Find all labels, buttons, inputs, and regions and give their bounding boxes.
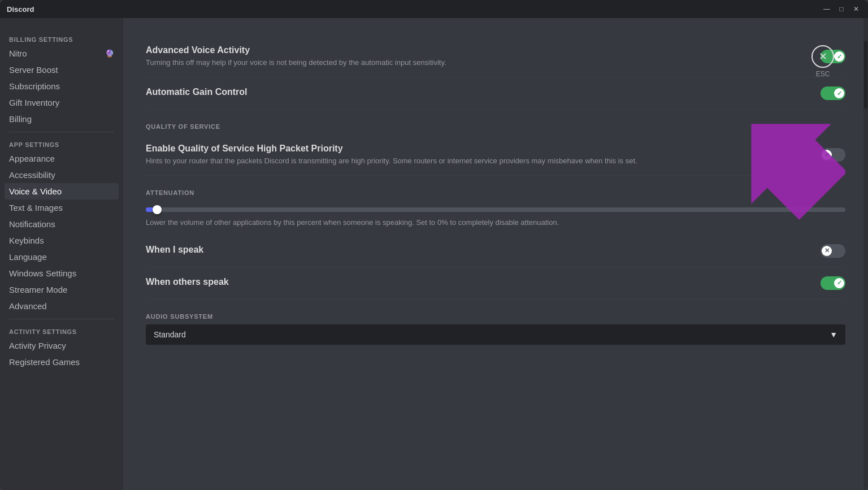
audio-subsystem-dropdown[interactable]: Standard ▼ [146, 324, 845, 345]
sidebar-divider [9, 132, 114, 132]
advanced-voice-activity-title: Advanced Voice Activity [146, 45, 807, 55]
sidebar-item-appearance[interactable]: Appearance [5, 150, 119, 167]
sidebar-item-label: Text & Images [9, 203, 63, 213]
chevron-down-icon: ▼ [830, 330, 837, 339]
sidebar-item-gift-inventory[interactable]: Gift Inventory [5, 94, 119, 111]
sidebar-item-label: Streamer Mode [9, 285, 67, 294]
when-others-speak-title: When others speak [146, 277, 807, 287]
sidebar-item-label: Accessibility [9, 170, 55, 180]
attenuation-slider-thumb[interactable] [153, 205, 162, 214]
sidebar-item-label: Language [9, 252, 47, 262]
sidebar-item-label: Activity Privacy [9, 341, 66, 350]
audio-subsystem-value: Standard [154, 330, 186, 339]
titlebar: Discord — □ ✕ [0, 0, 868, 18]
nitro-badge: 🔮 [105, 49, 114, 58]
attenuation-slider-desc: Lower the volume of other applications b… [146, 218, 845, 228]
qos-toggle[interactable]: ✕ [821, 148, 845, 162]
app-title: Discord [7, 5, 34, 14]
sidebar-item-label: Advanced [9, 301, 47, 311]
minimize-button[interactable]: — [822, 4, 832, 14]
sidebar-item-label: Server Boost [9, 65, 58, 75]
sidebar-item-label: Notifications [9, 219, 55, 229]
sidebar-item-label: Gift Inventory [9, 98, 59, 107]
sidebar-item-subscriptions[interactable]: Subscriptions [5, 78, 119, 94]
attenuation-slider-container: Lower the volume of other applications b… [146, 201, 845, 235]
automatic-gain-control-title: Automatic Gain Control [146, 87, 807, 97]
sidebar-item-accessibility[interactable]: Accessibility [5, 167, 119, 183]
window-controls: — □ ✕ [822, 4, 861, 14]
sidebar-item-streamer-mode[interactable]: Streamer Mode [5, 281, 119, 298]
app-body: BILLING SETTINGS Nitro 🔮 Server Boost Su… [0, 18, 868, 490]
advanced-voice-activity-desc: Turning this off may help if your voice … [146, 58, 807, 68]
sidebar: BILLING SETTINGS Nitro 🔮 Server Boost Su… [0, 18, 123, 490]
toggle-thumb: ✓ [834, 278, 844, 288]
when-i-speak-toggle[interactable]: ✕ [821, 244, 845, 258]
sidebar-item-label: Windows Settings [9, 268, 76, 278]
audio-subsystem-label: AUDIO SUBSYSTEM [146, 313, 845, 320]
check-icon: ✓ [837, 279, 842, 287]
qos-section-label: QUALITY OF SERVICE [146, 123, 845, 130]
sidebar-item-text-images[interactable]: Text & Images [5, 200, 119, 216]
scrollbar-track [863, 18, 868, 490]
sidebar-item-label: Keybinds [9, 236, 44, 245]
when-i-speak-row: When I speak ✕ [146, 235, 845, 267]
sidebar-item-notifications[interactable]: Notifications [5, 216, 119, 232]
esc-button[interactable]: ✕ ESC [811, 45, 834, 78]
when-i-speak-info: When I speak [146, 245, 821, 257]
sidebar-item-advanced[interactable]: Advanced [5, 298, 119, 314]
close-button[interactable]: ✕ [851, 4, 861, 14]
sidebar-item-nitro[interactable]: Nitro 🔮 [5, 45, 119, 62]
check-icon: ✓ [837, 53, 842, 60]
automatic-gain-control-toggle[interactable]: ✓ [821, 86, 845, 100]
scrollbar-thumb[interactable] [864, 41, 867, 109]
x-icon: ✕ [824, 151, 830, 159]
qos-desc: Hints to your router that the packets Di… [146, 156, 807, 166]
toggle-thumb: ✕ [822, 246, 832, 256]
sidebar-item-registered-games[interactable]: Registered Games [5, 354, 119, 370]
esc-circle: ✕ [811, 45, 834, 68]
when-i-speak-title: When I speak [146, 245, 807, 255]
sidebar-item-label: Appearance [9, 154, 55, 163]
automatic-gain-control-info: Automatic Gain Control [146, 87, 821, 99]
automatic-gain-control-row: Automatic Gain Control ✓ [146, 77, 845, 110]
attenuation-section-label: ATTENUATION [146, 189, 845, 196]
sidebar-item-server-boost[interactable]: Server Boost [5, 62, 119, 78]
sidebar-item-label: Nitro [9, 49, 27, 58]
maximize-button[interactable]: □ [836, 4, 847, 14]
toggle-thumb: ✕ [822, 150, 832, 160]
app-window: Discord — □ ✕ BILLING SETTINGS Nitro 🔮 S… [0, 0, 868, 490]
attenuation-slider-track[interactable] [146, 207, 845, 212]
sidebar-item-language[interactable]: Language [5, 249, 119, 265]
when-others-speak-toggle[interactable]: ✓ [821, 276, 845, 290]
audio-subsystem-section: AUDIO SUBSYSTEM Standard ▼ [146, 313, 845, 345]
esc-label: ESC [816, 70, 830, 78]
qos-info: Enable Quality of Service High Packet Pr… [146, 144, 821, 166]
when-others-speak-row: When others speak ✓ [146, 267, 845, 300]
app-settings-header: APP SETTINGS [5, 137, 119, 150]
activity-settings-header: ACTIVITY SETTINGS [5, 324, 119, 337]
sidebar-item-activity-privacy[interactable]: Activity Privacy [5, 337, 119, 354]
advanced-voice-activity-row: Advanced Voice Activity Turning this off… [146, 36, 845, 77]
billing-settings-header: BILLING SETTINGS [5, 32, 119, 45]
qos-row: Enable Quality of Service High Packet Pr… [146, 135, 845, 176]
close-icon: ✕ [819, 50, 827, 63]
sidebar-item-voice-video[interactable]: Voice & Video [5, 183, 119, 200]
toggle-thumb: ✓ [834, 88, 844, 98]
check-icon: ✓ [837, 90, 842, 97]
advanced-voice-activity-info: Advanced Voice Activity Turning this off… [146, 45, 821, 68]
qos-title: Enable Quality of Service High Packet Pr… [146, 144, 807, 154]
sidebar-divider-2 [9, 319, 114, 319]
main-content: Advanced Voice Activity Turning this off… [123, 18, 868, 490]
sidebar-item-label: Billing [9, 114, 32, 124]
toggle-thumb: ✓ [834, 51, 844, 62]
x-icon: ✕ [824, 247, 830, 254]
sidebar-item-windows-settings[interactable]: Windows Settings [5, 265, 119, 281]
when-others-speak-info: When others speak [146, 277, 821, 289]
sidebar-item-label: Subscriptions [9, 81, 60, 91]
sidebar-item-keybinds[interactable]: Keybinds [5, 232, 119, 249]
sidebar-item-label: Voice & Video [9, 187, 62, 196]
sidebar-item-billing[interactable]: Billing [5, 111, 119, 127]
sidebar-item-label: Registered Games [9, 357, 80, 367]
